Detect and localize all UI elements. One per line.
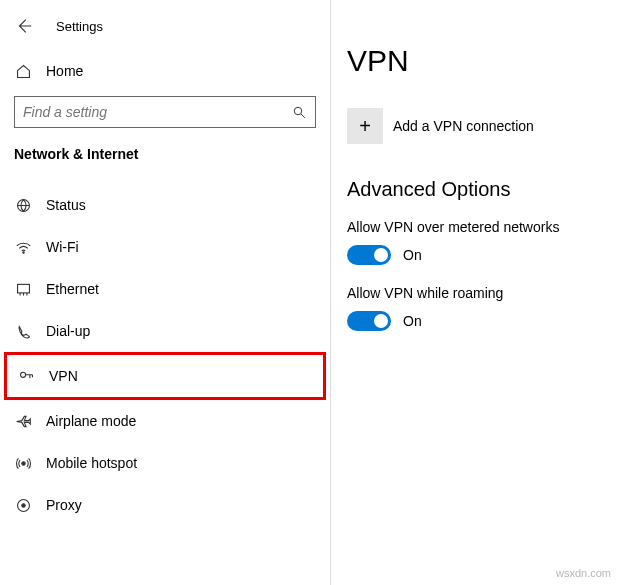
option-metered-row: On [347,245,621,265]
home-button[interactable]: Home [0,54,330,90]
nav-label: Ethernet [46,281,99,297]
nav-label: Dial-up [46,323,90,339]
nav-item-proxy[interactable]: Proxy [0,484,330,526]
nav-item-airplane[interactable]: Airplane mode [0,400,330,442]
nav-label: Status [46,197,86,213]
nav-item-wifi[interactable]: Wi-Fi [0,226,330,268]
wifi-icon [14,238,32,256]
nav-item-dialup[interactable]: Dial-up [0,310,330,352]
hotspot-icon [14,454,32,472]
search-icon [292,105,307,120]
back-arrow-icon [15,17,33,35]
svg-point-4 [20,372,25,377]
add-vpn-button[interactable]: + Add a VPN connection [347,108,621,144]
home-label: Home [46,63,83,79]
back-button[interactable] [14,16,34,36]
page-title: VPN [347,44,621,78]
nav-item-status[interactable]: Status [0,184,330,226]
status-icon [14,196,32,214]
nav-label: VPN [49,368,78,384]
home-icon [14,62,32,80]
proxy-icon [14,496,32,514]
svg-point-7 [21,503,24,506]
svg-point-0 [294,107,302,115]
toggle-roaming-state: On [403,313,422,329]
add-vpn-label: Add a VPN connection [393,118,534,134]
category-header: Network & Internet [0,146,330,184]
nav-label: Airplane mode [46,413,136,429]
toggle-metered[interactable] [347,245,391,265]
svg-point-2 [22,251,23,252]
nav-label: Wi-Fi [46,239,79,255]
nav-item-hotspot[interactable]: Mobile hotspot [0,442,330,484]
search-input[interactable] [23,104,292,120]
nav-item-vpn[interactable]: VPN [7,355,323,397]
vpn-icon [17,367,35,385]
advanced-options-title: Advanced Options [347,178,621,201]
window-title: Settings [56,19,103,34]
plus-icon: + [347,108,383,144]
airplane-icon [14,412,32,430]
toggle-roaming[interactable] [347,311,391,331]
nav-label: Proxy [46,497,82,513]
content-panel: VPN + Add a VPN connection Advanced Opti… [330,0,621,585]
nav-label: Mobile hotspot [46,455,137,471]
dialup-icon [14,322,32,340]
search-box[interactable] [14,96,316,128]
highlight-vpn: VPN [4,352,326,400]
option-roaming-label: Allow VPN while roaming [347,285,621,301]
svg-rect-3 [17,284,29,293]
sidebar: Settings Home Network & Internet Status … [0,0,330,585]
ethernet-icon [14,280,32,298]
watermark: wsxdn.com [556,567,611,579]
option-metered-label: Allow VPN over metered networks [347,219,621,235]
svg-point-5 [21,461,24,464]
nav-item-ethernet[interactable]: Ethernet [0,268,330,310]
toggle-metered-state: On [403,247,422,263]
option-roaming-row: On [347,311,621,331]
header-row: Settings [0,12,330,54]
